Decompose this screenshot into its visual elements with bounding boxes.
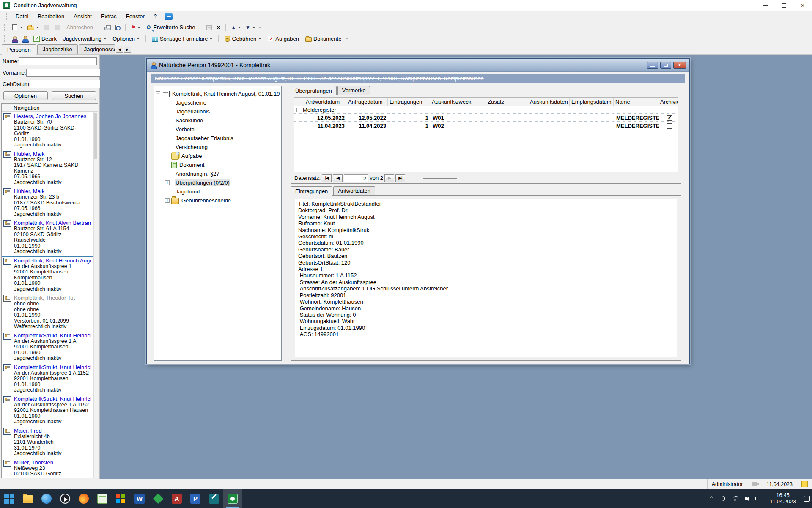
- person-name[interactable]: Komplettnik, Knut Heinrich August: [14, 257, 91, 264]
- person-list-item[interactable]: KomplettnikStrukt, Knut Heinrich August …: [2, 395, 98, 426]
- record-next-button[interactable]: ▶: [384, 174, 394, 182]
- menu-item[interactable]: Ansicht: [70, 12, 96, 21]
- archiviert-checkbox[interactable]: [667, 115, 672, 121]
- advanced-search-button[interactable]: Erweiterte Suche: [143, 23, 198, 31]
- dokumente-button[interactable]: Dokumente: [303, 35, 344, 43]
- close-button[interactable]: ×: [793, 0, 812, 11]
- tree-item[interactable]: Aufgabe: [156, 152, 280, 160]
- action-center-icon[interactable]: [801, 489, 812, 508]
- grid-column-header[interactable]: Antwortdatum: [304, 98, 346, 106]
- dialog-minimize-button[interactable]: [647, 62, 658, 69]
- bezirk-button[interactable]: Bezirk: [31, 35, 59, 43]
- tree-item[interactable]: Jagderlaubnis: [156, 107, 280, 116]
- grid-column-header[interactable]: Empfangsdatum: [570, 98, 614, 106]
- grid-group-row[interactable]: − Melderegister: [294, 106, 678, 114]
- grid-column-header[interactable]: Name: [614, 98, 658, 106]
- gebdatum-input[interactable]: [30, 80, 107, 88]
- entry-detail-text[interactable]: Titel: KomplettnikStruktBestandteil Dokt…: [295, 199, 677, 357]
- dialog-close-button[interactable]: ×: [673, 62, 686, 69]
- tray-wifi-icon[interactable]: [729, 489, 741, 508]
- dialog-maximize-button[interactable]: [660, 62, 671, 69]
- dialog-titlebar[interactable]: Natürliche Person 14992001 - Komplettnik…: [147, 59, 689, 72]
- taskbar-media-app[interactable]: [56, 489, 74, 508]
- record-first-button[interactable]: |◀: [322, 174, 332, 182]
- person-button[interactable]: [20, 35, 30, 43]
- person-name[interactable]: KomplettnikStrukt, Knut Heinrich August: [14, 364, 91, 370]
- person-name[interactable]: Hesters, Jochen Jo Johannes: [14, 113, 91, 119]
- menu-item[interactable]: Extras: [97, 12, 121, 21]
- person-list-item[interactable]: Komplettnik, Knut Heinrich August An der…: [2, 256, 98, 294]
- record-prev-button[interactable]: ◀: [333, 174, 343, 182]
- menu-item[interactable]: Bearbeiten: [34, 12, 68, 21]
- record-last-button[interactable]: ▶|: [395, 174, 405, 182]
- grid-column-header[interactable]: [294, 98, 304, 106]
- sonstige-formulare-button[interactable]: Sonstige Formulare: [149, 35, 215, 43]
- toolbar-overflow-caret[interactable]: [258, 27, 261, 28]
- gebuehren-button[interactable]: Gebühren: [222, 35, 263, 43]
- abort-button[interactable]: Abbrechen: [64, 23, 96, 31]
- person-name[interactable]: Hübler, Maik: [14, 151, 91, 157]
- taskbar-jagdverwaltung-active[interactable]: [223, 489, 242, 508]
- grid-column-header[interactable]: Auskunftsdaten: [528, 98, 570, 106]
- grid-column-header[interactable]: Eintragungen: [388, 98, 430, 106]
- tray-battery-icon[interactable]: [753, 489, 765, 508]
- tree-item[interactable]: Anordnung n. §27: [156, 169, 280, 178]
- taskbar-word[interactable]: W: [130, 489, 149, 508]
- maximize-button[interactable]: [775, 0, 793, 11]
- tree-item[interactable]: Komplettnik, Knut Heinrich August, 01.01…: [156, 89, 280, 98]
- tree-item[interactable]: Jagdhund: [156, 187, 280, 196]
- tab-jagdbezirke[interactable]: Jagdbezirke: [37, 44, 78, 54]
- tray-speaker-icon[interactable]: [741, 489, 753, 508]
- tree-item[interactable]: Überprüfungen (0/2/0): [156, 178, 280, 187]
- grid-column-header[interactable]: Anfragedatum: [346, 98, 388, 106]
- grid-column-header[interactable]: Auskunftszweck: [430, 98, 486, 106]
- archiviert-checkbox[interactable]: [667, 123, 672, 129]
- delete-button[interactable]: ×: [215, 23, 222, 32]
- person-list-item[interactable]: Komplettnik, Knut Alwin Bertram Christia…: [2, 218, 98, 256]
- person-list-item[interactable]: Hübler, Maik Kamenzer Str. 23 b 01877 SA…: [2, 187, 98, 218]
- tray-microphone-icon[interactable]: [717, 489, 729, 508]
- navigation-scrollbar[interactable]: [93, 112, 98, 478]
- save-all-button[interactable]: [53, 23, 63, 31]
- taskbar-project[interactable]: P: [186, 489, 205, 508]
- person-name[interactable]: KomplettnikStrukt, Knut Heinrich August: [14, 332, 91, 339]
- person-name[interactable]: Hübler, Maik: [14, 188, 91, 194]
- navigate-up-button[interactable]: ▲: [229, 23, 242, 32]
- tree-item[interactable]: Sachkunde: [156, 116, 280, 125]
- grid-data-row[interactable]: 12.05.2022 12.05.2022 1 W01 M: [294, 114, 678, 122]
- record-navigator-slider[interactable]: [423, 178, 457, 179]
- person-name[interactable]: Maier, Fred: [14, 428, 91, 434]
- tree-item[interactable]: Jagdscheine: [156, 98, 280, 107]
- open-button[interactable]: [26, 23, 41, 31]
- save-button[interactable]: [42, 23, 52, 31]
- vorname-input[interactable]: [26, 69, 104, 77]
- tree-item[interactable]: Verbote: [156, 125, 280, 134]
- tree-expander[interactable]: [156, 91, 160, 96]
- tab-personen[interactable]: Personen: [2, 44, 36, 55]
- taskbar-access[interactable]: A: [167, 489, 186, 508]
- navigate-down-button[interactable]: ▼: [244, 23, 257, 32]
- person-name[interactable]: Komplettnik, Knut Alwin Bertram Christia…: [14, 220, 91, 226]
- tab-vermerke[interactable]: Vermerke: [337, 86, 370, 95]
- taskbar-notepad[interactable]: [93, 489, 112, 508]
- tree-item[interactable]: Versicherung: [156, 143, 280, 152]
- optionen-button[interactable]: Optionen: [3, 91, 48, 100]
- tab-scroll-left[interactable]: ◀: [116, 46, 123, 53]
- tab-eintragungen[interactable]: Eintragungen: [291, 186, 332, 196]
- taskbar-clock[interactable]: 16:45 11.04.2023: [765, 492, 801, 505]
- person-list-item[interactable]: KomplettnikStrukt, Knut Heinrich August …: [2, 363, 98, 395]
- optionen-menu-button[interactable]: Optionen: [110, 35, 142, 43]
- tab-ueberpruefungen[interactable]: Überprüfungen: [291, 86, 337, 95]
- taskbar-office[interactable]: [112, 489, 130, 508]
- new-button[interactable]: [10, 23, 25, 31]
- minimize-button[interactable]: [756, 0, 775, 11]
- record-number-field[interactable]: 2: [344, 174, 368, 182]
- menu-item[interactable]: ?: [150, 12, 161, 21]
- menu-item[interactable]: Datei: [12, 12, 32, 21]
- person-list-item[interactable]: KomplettnikStrukt, Knut Heinrich August …: [2, 331, 98, 363]
- start-button[interactable]: [0, 489, 19, 508]
- tree-item[interactable]: Dokument: [156, 160, 280, 169]
- print-button[interactable]: [103, 24, 112, 31]
- print-preview-button[interactable]: [114, 24, 122, 31]
- flag-button[interactable]: ⚑: [129, 23, 143, 32]
